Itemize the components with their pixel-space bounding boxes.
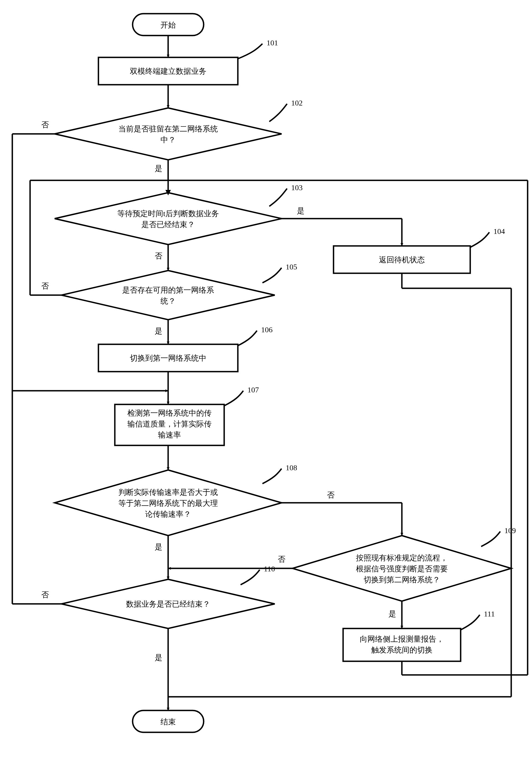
node-110-text: 数据业务是否已经结束？ (126, 600, 210, 608)
label-103-no: 否 (155, 252, 162, 260)
node-109-l2: 根据信号强度判断是否需要 (356, 565, 448, 573)
node-108-l1: 判断实际传输速率是否大于或 (118, 488, 218, 497)
node-101: 双模终端建立数据业务 (98, 57, 238, 85)
node-109-number: 109 (504, 526, 516, 535)
node-111-l2: 触发系统间的切换 (371, 646, 433, 654)
node-102-l2: 中？ (160, 136, 176, 144)
node-108-number: 108 (286, 464, 297, 472)
label-109-yes: 是 (388, 610, 396, 618)
node-109-l3: 切换到第二网络系统？ (364, 575, 440, 584)
node-105: 是否存在可用的第一网络系 统？ (61, 270, 275, 320)
node-104-number: 104 (493, 227, 505, 235)
start-node: 开始 (133, 14, 204, 36)
end-label: 结束 (160, 718, 176, 726)
start-label: 开始 (160, 21, 176, 29)
label-105-no: 否 (41, 282, 49, 290)
svg-marker-3 (55, 193, 282, 245)
label-109-no: 否 (278, 555, 285, 564)
node-103-l1: 等待预定时间t后判断数据业务 (117, 209, 219, 218)
end-node: 结束 (133, 710, 204, 732)
node-107-l3: 输速率 (158, 431, 181, 439)
node-105-number: 105 (286, 262, 297, 271)
node-107-number: 107 (247, 386, 259, 394)
node-111-l1: 向网络侧上报测量报告， (360, 635, 444, 643)
label-110-no: 否 (41, 591, 49, 599)
node-102-l1: 当前是否驻留在第二网络系统 (118, 124, 218, 133)
node-101-text: 双模终端建立数据业务 (130, 67, 206, 75)
node-105-l1: 是否存在可用的第一网络系 (122, 286, 214, 294)
node-108-l2: 等于第二网络系统下的最大理 (118, 499, 218, 507)
node-104-text: 返回待机状态 (379, 256, 425, 264)
svg-rect-11 (343, 629, 461, 661)
node-108-l3: 论传输速率？ (145, 510, 191, 518)
node-106-number: 106 (261, 326, 272, 334)
node-107: 检测第一网络系统中的传 输信道质量，计算实际传 输速率 (115, 404, 224, 445)
node-109: 按照现有标准规定的流程， 根据信号强度判断是否需要 切换到第二网络系统？ (293, 535, 511, 601)
node-102: 当前是否驻留在第二网络系统 中？ (55, 108, 282, 160)
label-102-no: 否 (41, 121, 49, 129)
node-105-l2: 统？ (160, 297, 176, 305)
node-104: 返回待机状态 (334, 246, 470, 273)
label-110-yes: 是 (155, 653, 162, 662)
flowchart: 开始 双模终端建立数据业务 101 当前是否驻留在第二网络系统 中？ 102 等… (0, 0, 532, 758)
node-101-number: 101 (266, 39, 278, 47)
label-108-yes: 是 (155, 543, 162, 551)
node-110: 数据业务是否已经结束？ (61, 579, 275, 629)
node-103-l2: 是否已经结束？ (141, 220, 195, 229)
label-105-yes: 是 (155, 327, 162, 335)
node-102-number: 102 (291, 99, 302, 107)
svg-marker-2 (55, 108, 282, 160)
node-106-text: 切换到第一网络系统中 (130, 354, 206, 362)
node-103-number: 103 (291, 183, 302, 192)
svg-marker-5 (61, 270, 275, 320)
node-107-l2: 输信道质量，计算实际传 (127, 420, 212, 428)
node-111-number: 111 (484, 610, 495, 618)
node-109-l1: 按照现有标准规定的流程， (356, 554, 448, 562)
node-107-l1: 检测第一网络系统中的传 (127, 409, 212, 417)
node-108: 判断实际传输速率是否大于或 等于第二网络系统下的最大理 论传输速率？ (55, 470, 282, 535)
node-106: 切换到第一网络系统中 (98, 344, 238, 372)
node-103: 等待预定时间t后判断数据业务 是否已经结束？ (55, 193, 282, 245)
label-103-yes: 是 (297, 207, 304, 215)
node-111: 向网络侧上报测量报告， 触发系统间的切换 (343, 629, 461, 661)
label-108-no: 否 (327, 491, 335, 499)
label-102-yes: 是 (155, 164, 162, 173)
